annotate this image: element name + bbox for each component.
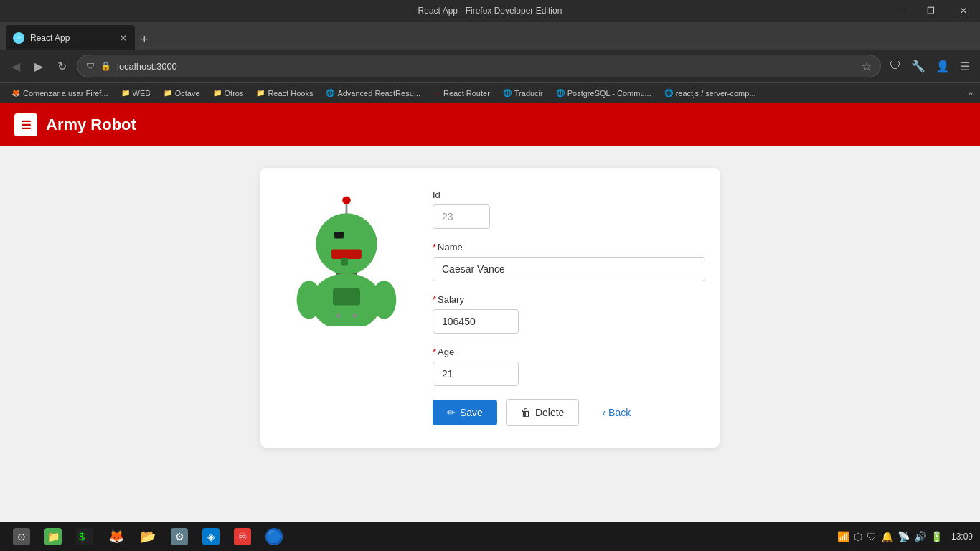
bookmark-label-web: WEB <box>133 89 151 98</box>
lock-icon: 🔒 <box>100 61 111 71</box>
bookmark-traducir[interactable]: 🌐 Traducir <box>499 88 547 99</box>
bookmark-favicon-octave: 📁 <box>164 89 172 97</box>
delete-button[interactable]: 🗑 Delete <box>506 399 579 426</box>
bookmarks-more-button[interactable]: » <box>968 88 973 98</box>
back-button[interactable]: ‹ Back <box>602 407 631 418</box>
restore-button[interactable]: ❐ <box>914 0 947 22</box>
salary-label: * Salary <box>433 294 705 305</box>
notification-icon[interactable]: 🔔 <box>881 531 893 542</box>
bookmark-star-icon[interactable]: ☆ <box>862 60 872 73</box>
taskbar-app-files2[interactable]: 📂 <box>133 524 162 550</box>
svg-rect-8 <box>333 288 360 306</box>
bookmark-label-octave: Octave <box>175 89 200 98</box>
tab-bar: ⚛ React App ✕ + <box>0 22 980 50</box>
age-input[interactable] <box>433 362 519 386</box>
title-bar-controls: — ❐ ✕ <box>881 0 980 22</box>
bookmark-label-react-hooks: React Hooks <box>268 89 313 98</box>
bookmark-comenzar[interactable]: 🦊 Comenzar a usar Firef... <box>7 88 113 99</box>
url-input[interactable] <box>117 61 856 72</box>
taskbar-app-terminal[interactable]: $_ <box>70 524 99 550</box>
bookmark-web[interactable]: 📁 WEB <box>117 88 155 99</box>
vpn-icon[interactable]: 🛡 <box>867 531 877 542</box>
id-field-group: Id <box>433 189 705 229</box>
robot-image-container <box>282 189 411 426</box>
taskbar-app-red[interactable]: ♾ <box>228 524 257 550</box>
forward-nav-button[interactable]: ▶ <box>30 57 47 76</box>
active-tab[interactable]: ⚛ React App ✕ <box>6 25 135 50</box>
salary-input[interactable] <box>433 309 519 334</box>
bookmark-favicon-reactjs: 🌐 <box>664 89 673 97</box>
bookmark-favicon-advanced: 🌐 <box>326 89 334 97</box>
volume-icon[interactable]: 🔊 <box>914 531 926 542</box>
name-field-group: * Name <box>433 242 705 281</box>
address-bar[interactable]: 🛡 🔒 ☆ <box>77 55 881 77</box>
bookmark-react-router[interactable]: → React Router <box>429 88 494 99</box>
app-header: ☰ Army Robot <box>0 103 980 146</box>
bookmark-label-traducir: Traducir <box>514 89 543 98</box>
tab-label: React App <box>30 33 70 43</box>
bookmark-label-reactjs: reactjs / server-comp... <box>676 89 756 98</box>
svg-rect-4 <box>334 232 344 239</box>
back-nav-button[interactable]: ◀ <box>7 57 24 76</box>
bookmark-favicon-react-hooks: 📁 <box>256 89 265 97</box>
bookmark-favicon-comenzar: 🦊 <box>11 89 20 97</box>
menu-icon[interactable]: ☰ <box>957 57 973 76</box>
shield-icon: 🛡 <box>86 61 95 71</box>
bookmark-react-hooks[interactable]: 📁 React Hooks <box>252 88 317 99</box>
reload-button[interactable]: ↻ <box>53 57 71 76</box>
name-label: * Name <box>433 242 705 253</box>
svg-point-11 <box>336 314 341 318</box>
bookmark-octave[interactable]: 📁 Octave <box>159 88 204 99</box>
profile-icon[interactable]: 👤 <box>933 57 953 76</box>
bookmark-favicon-web: 📁 <box>121 89 130 97</box>
bookmark-advanced[interactable]: 🌐 Advanced ReactResu... <box>321 88 425 99</box>
taskbar-icon-terminal: $_ <box>76 528 93 545</box>
wifi-icon[interactable]: 📡 <box>897 531 910 542</box>
taskbar-app-vscode[interactable]: ◈ <box>197 524 225 550</box>
shield-nav-icon[interactable]: 🛡 <box>887 57 904 75</box>
taskbar-app-browser[interactable]: 🔵 <box>260 524 288 550</box>
taskbar-icon-settings: ⚙ <box>171 528 188 545</box>
app-area: ☰ Army Robot <box>0 103 980 522</box>
bookmark-otros[interactable]: 📁 Otros <box>209 88 248 99</box>
tab-favicon: ⚛ <box>13 32 24 44</box>
nav-bar: ◀ ▶ ↻ 🛡 🔒 ☆ 🛡 🔧 👤 ☰ <box>0 50 980 82</box>
taskbar-status-icons: 📶 ⬡ 🛡 🔔 📡 🔊 🔋 <box>837 531 943 542</box>
bookmark-favicon-postgresql: 🌐 <box>556 89 565 97</box>
taskbar-icon-vscode: ◈ <box>202 528 220 545</box>
minimize-button[interactable]: — <box>881 0 914 22</box>
app-title: Army Robot <box>46 116 136 134</box>
taskbar-icon-red: ♾ <box>234 528 251 545</box>
bookmark-favicon-traducir: 🌐 <box>503 89 512 97</box>
name-input[interactable] <box>433 257 705 281</box>
taskbar-app-settings[interactable]: ⚙ <box>165 524 194 550</box>
window-title: React App - Firefox Developer Edition <box>418 6 562 16</box>
tools-icon[interactable]: 🔧 <box>908 57 928 76</box>
id-input[interactable] <box>433 204 490 229</box>
bookmarks-bar: 🦊 Comenzar a usar Firef... 📁 WEB 📁 Octav… <box>0 82 980 103</box>
taskbar-right: 📶 ⬡ 🛡 🔔 📡 🔊 🔋 13:09 <box>837 531 973 542</box>
save-button[interactable]: ✏ Save <box>433 400 497 425</box>
bookmark-postgresql[interactable]: 🌐 PostgreSQL - Commu... <box>552 88 656 99</box>
form-section: Id * Name * Salary <box>433 189 705 426</box>
taskbar-icon-system: ⊙ <box>13 528 30 545</box>
battery-icon[interactable]: 🔋 <box>930 531 943 542</box>
form-card: Id * Name * Salary <box>260 168 720 448</box>
taskbar-app-system[interactable]: ⊙ <box>7 524 36 550</box>
taskbar-icon-files2: 📂 <box>139 528 156 545</box>
save-icon: ✏ <box>447 407 456 418</box>
svg-rect-5 <box>341 258 348 265</box>
svg-rect-3 <box>331 250 362 259</box>
name-required-star: * <box>433 242 436 253</box>
age-label: * Age <box>433 347 705 357</box>
tab-close-icon[interactable]: ✕ <box>119 32 128 44</box>
taskbar-app-firefox[interactable]: 🦊 <box>102 524 131 550</box>
bookmark-label-postgresql: PostgreSQL - Commu... <box>567 89 651 98</box>
close-button[interactable]: ✕ <box>947 0 980 22</box>
new-tab-button[interactable]: + <box>135 32 154 47</box>
bluetooth-icon[interactable]: ⬡ <box>854 531 862 542</box>
taskbar: ⊙ 📁 $_ 🦊 📂 ⚙ ◈ ♾ 🔵 📶 ⬡ 🛡 � <box>0 522 980 551</box>
bookmark-reactjs[interactable]: 🌐 reactjs / server-comp... <box>660 88 760 99</box>
network-icon[interactable]: 📶 <box>837 531 849 542</box>
taskbar-app-files[interactable]: 📁 <box>39 524 67 550</box>
